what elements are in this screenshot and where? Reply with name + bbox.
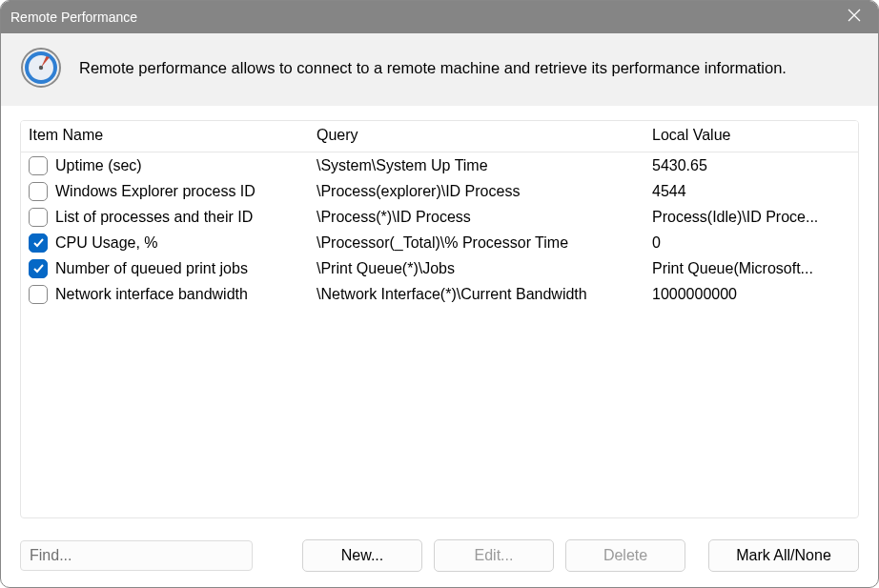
cell-query: \Process(*)\ID Process bbox=[313, 209, 648, 226]
find-input[interactable] bbox=[20, 540, 253, 571]
check-icon bbox=[32, 262, 45, 274]
remote-performance-window: Remote Performance Remote performance al… bbox=[0, 0, 879, 588]
item-name-text: Network interface bandwidth bbox=[55, 286, 248, 303]
cell-query: \System\System Up Time bbox=[313, 157, 648, 174]
svg-point-6 bbox=[39, 66, 43, 70]
table-row[interactable]: List of processes and their ID\Process(*… bbox=[21, 204, 858, 230]
cell-name: CPU Usage, % bbox=[21, 233, 313, 253]
row-checkbox[interactable] bbox=[29, 208, 48, 227]
column-header-name[interactable]: Item Name bbox=[21, 127, 313, 144]
cell-name: Network interface bandwidth bbox=[21, 285, 313, 304]
content-area: Item Name Query Local Value Uptime (sec)… bbox=[1, 107, 878, 528]
check-icon bbox=[32, 236, 45, 249]
table-header: Item Name Query Local Value bbox=[21, 121, 858, 152]
row-checkbox[interactable] bbox=[29, 182, 48, 201]
cell-name: Uptime (sec) bbox=[21, 156, 313, 175]
cell-value: Print Queue(Microsoft... bbox=[648, 260, 858, 277]
performance-table: Item Name Query Local Value Uptime (sec)… bbox=[20, 120, 859, 518]
cell-name: List of processes and their ID bbox=[21, 208, 313, 227]
item-name-text: Windows Explorer process ID bbox=[55, 183, 256, 200]
cell-query: \Print Queue(*)\Jobs bbox=[313, 260, 648, 277]
item-name-text: Uptime (sec) bbox=[55, 157, 142, 174]
footer-toolbar: New... Edit... Delete Mark All/None bbox=[1, 528, 878, 587]
table-row[interactable]: Number of queued print jobs\Print Queue(… bbox=[21, 255, 858, 281]
cell-value: 1000000000 bbox=[648, 286, 858, 303]
item-name-text: List of processes and their ID bbox=[55, 209, 253, 226]
window-title: Remote Performance bbox=[10, 10, 137, 25]
close-icon bbox=[848, 9, 861, 22]
column-header-value[interactable]: Local Value bbox=[648, 127, 858, 144]
close-button[interactable] bbox=[846, 9, 863, 26]
cell-value: 5430.65 bbox=[648, 157, 858, 174]
column-header-query[interactable]: Query bbox=[313, 127, 648, 144]
row-checkbox[interactable] bbox=[29, 259, 48, 278]
cell-name: Number of queued print jobs bbox=[21, 259, 313, 278]
table-body: Uptime (sec)\System\System Up Time5430.6… bbox=[21, 152, 858, 517]
delete-button[interactable]: Delete bbox=[565, 539, 685, 572]
cell-query: \Process(explorer)\ID Process bbox=[313, 183, 648, 200]
row-checkbox[interactable] bbox=[29, 156, 48, 175]
row-checkbox[interactable] bbox=[29, 233, 48, 253]
cell-query: \Processor(_Total)\% Processor Time bbox=[313, 234, 648, 252]
mark-all-none-button[interactable]: Mark All/None bbox=[708, 539, 859, 572]
new-button[interactable]: New... bbox=[302, 539, 422, 572]
cell-query: \Network Interface(*)\Current Bandwidth bbox=[313, 286, 648, 303]
cell-value: 0 bbox=[648, 234, 858, 252]
table-row[interactable]: Network interface bandwidth\Network Inte… bbox=[21, 281, 858, 307]
titlebar: Remote Performance bbox=[1, 1, 878, 33]
row-checkbox[interactable] bbox=[29, 285, 48, 304]
item-name-text: Number of queued print jobs bbox=[55, 260, 248, 277]
item-name-text: CPU Usage, % bbox=[55, 234, 158, 252]
table-row[interactable]: CPU Usage, %\Processor(_Total)\% Process… bbox=[21, 230, 858, 255]
cell-value: 4544 bbox=[648, 183, 858, 200]
table-row[interactable]: Uptime (sec)\System\System Up Time5430.6… bbox=[21, 152, 858, 178]
header-description: Remote performance allows to connect to … bbox=[79, 57, 787, 78]
header-panel: Remote performance allows to connect to … bbox=[1, 33, 878, 107]
cell-name: Windows Explorer process ID bbox=[21, 182, 313, 201]
edit-button[interactable]: Edit... bbox=[434, 539, 554, 572]
table-row[interactable]: Windows Explorer process ID\Process(expl… bbox=[21, 178, 858, 204]
cell-value: Process(Idle)\ID Proce... bbox=[648, 209, 858, 226]
gauge-icon bbox=[20, 47, 62, 89]
